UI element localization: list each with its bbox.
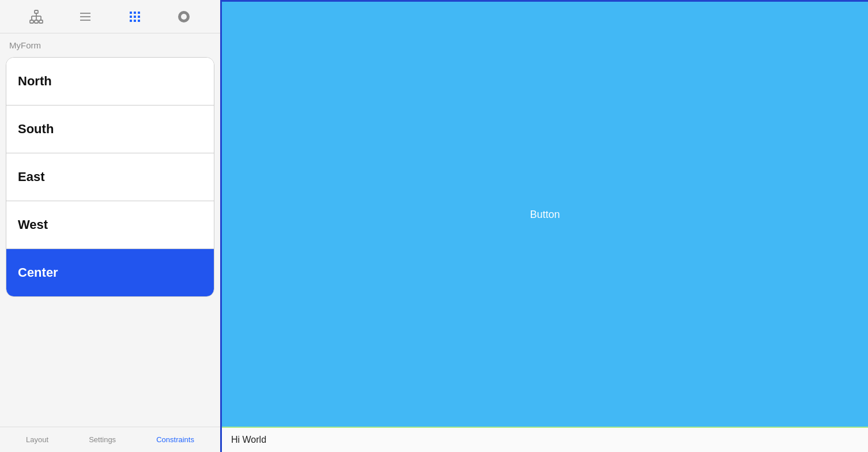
toolbar <box>0 0 220 33</box>
canvas-area: Button <box>222 0 868 427</box>
grid-icon[interactable] <box>124 6 145 27</box>
list-icon[interactable] <box>75 6 96 27</box>
svg-rect-12 <box>130 12 132 14</box>
main-area: Button Hi World <box>222 0 868 452</box>
svg-rect-16 <box>134 16 136 18</box>
tab-layout[interactable]: Layout <box>20 433 54 446</box>
svg-rect-19 <box>134 20 136 22</box>
svg-rect-20 <box>138 20 140 22</box>
svg-rect-13 <box>134 12 136 14</box>
canvas-button[interactable]: Button <box>530 208 560 220</box>
list-container: North South East West Center <box>6 57 214 297</box>
svg-rect-18 <box>130 20 132 22</box>
tab-constraints[interactable]: Constraints <box>150 433 200 446</box>
status-bar: Hi World <box>222 427 868 452</box>
list-item-center[interactable]: Center <box>6 249 214 296</box>
svg-rect-1 <box>30 20 33 23</box>
svg-rect-15 <box>130 16 132 18</box>
form-label: MyForm <box>0 33 220 55</box>
svg-point-23 <box>184 14 186 17</box>
svg-rect-14 <box>138 12 140 14</box>
svg-rect-2 <box>35 20 38 23</box>
eye-icon[interactable] <box>173 6 194 27</box>
list-item-north[interactable]: North <box>6 58 214 106</box>
list-item-south[interactable]: South <box>6 106 214 153</box>
svg-rect-17 <box>138 16 140 18</box>
sidebar-spacer <box>0 303 220 427</box>
svg-rect-3 <box>39 20 43 23</box>
sidebar: MyForm North South East West Center Layo… <box>0 0 222 452</box>
list-item-west[interactable]: West <box>6 201 214 249</box>
svg-point-22 <box>181 14 187 20</box>
svg-rect-0 <box>35 10 38 13</box>
list-item-east[interactable]: East <box>6 153 214 201</box>
bottom-tabs: Layout Settings Constraints <box>0 427 220 452</box>
hierarchy-icon[interactable] <box>26 6 47 27</box>
tab-settings[interactable]: Settings <box>83 433 122 446</box>
